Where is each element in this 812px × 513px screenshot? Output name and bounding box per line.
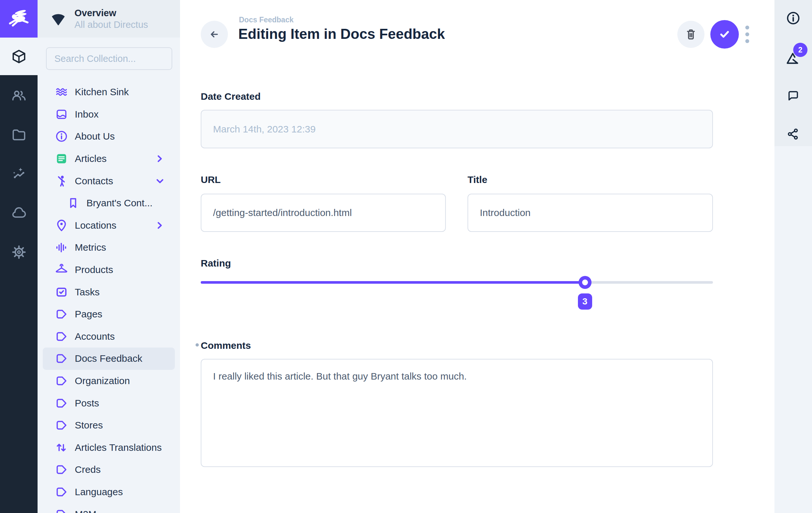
insights-icon bbox=[11, 166, 27, 181]
sidebar-item-label: Locations bbox=[75, 220, 116, 231]
trash-icon bbox=[684, 27, 698, 42]
sidebar-item-tasks[interactable]: Tasks bbox=[43, 281, 175, 303]
box-icon bbox=[11, 49, 27, 64]
gear-icon bbox=[11, 245, 27, 260]
module-item-content[interactable] bbox=[0, 37, 37, 75]
tag-icon bbox=[55, 397, 68, 410]
article-icon bbox=[55, 152, 68, 165]
metrics-icon bbox=[55, 241, 68, 254]
sidebar-item-label: About Us bbox=[75, 131, 115, 142]
module-item-settings[interactable] bbox=[0, 233, 37, 271]
sidebar-item-label: Kitchen Sink bbox=[75, 86, 129, 97]
sidebar-item-articles-translations[interactable]: Articles Translations bbox=[43, 436, 175, 459]
sidebar-item-inbox[interactable]: Inbox bbox=[43, 103, 175, 126]
sidebar-item-label: Contacts bbox=[75, 175, 113, 187]
info-icon bbox=[786, 11, 801, 26]
sidebar-item-label: Posts bbox=[75, 398, 99, 409]
date-created-label: Date Created bbox=[201, 89, 261, 104]
share-icon bbox=[786, 126, 801, 142]
tag-icon bbox=[55, 485, 68, 498]
sidebar-item-docs-feedback[interactable]: Docs Feedback bbox=[43, 347, 175, 370]
comments-panel-button[interactable] bbox=[786, 89, 800, 103]
collections-sidebar: Overview All about Directus Kitchen Sink… bbox=[37, 0, 180, 513]
sidebar-item-label: Articles bbox=[75, 153, 107, 164]
main-content: Docs Feedback Editing Item in Docs Feedb… bbox=[180, 0, 775, 513]
tag-icon bbox=[55, 508, 68, 513]
comments-edited-dot bbox=[196, 343, 199, 346]
slider-fill bbox=[201, 281, 585, 284]
date-created-field[interactable] bbox=[201, 110, 713, 148]
page-title: Editing Item in Docs Feedback bbox=[238, 26, 445, 42]
project-text: Overview All about Directus bbox=[75, 7, 148, 30]
sidebar-item-kitchen-sink[interactable]: Kitchen Sink bbox=[43, 81, 175, 103]
chevron-right-icon[interactable] bbox=[153, 152, 167, 165]
waves-icon bbox=[55, 86, 68, 98]
url-field[interactable] bbox=[201, 194, 446, 232]
app-logo[interactable] bbox=[0, 0, 37, 37]
swap-icon bbox=[55, 441, 68, 454]
notifications-badge: 2 bbox=[793, 43, 808, 57]
sidebar-item-label: Inbox bbox=[75, 109, 98, 120]
sidebar-item-metrics[interactable]: Metrics bbox=[43, 236, 175, 259]
task-icon bbox=[55, 286, 68, 298]
title-field[interactable] bbox=[467, 194, 713, 232]
back-button[interactable] bbox=[201, 21, 228, 48]
dots-vertical-icon bbox=[745, 26, 749, 29]
rating-slider[interactable]: 3 bbox=[201, 281, 713, 284]
save-button[interactable] bbox=[710, 20, 739, 49]
project-title: Overview bbox=[75, 7, 148, 19]
tag-icon bbox=[55, 463, 68, 476]
tag-icon bbox=[55, 308, 68, 321]
breadcrumb[interactable]: Docs Feedback bbox=[239, 16, 294, 24]
sidebar-item-languages[interactable]: Languages bbox=[43, 481, 175, 503]
sidebar-item-organization[interactable]: Organization bbox=[43, 370, 175, 392]
sidebar-item-label: Creds bbox=[75, 464, 101, 475]
rating-value-badge: 3 bbox=[578, 293, 592, 310]
sidebar-item-label: Articles Translations bbox=[75, 442, 162, 453]
module-item-user-directory[interactable] bbox=[0, 77, 37, 114]
sidebar-item-label: Languages bbox=[75, 486, 123, 497]
pin-icon bbox=[55, 219, 68, 232]
sidebar-item-label: Docs Feedback bbox=[75, 353, 142, 364]
chevron-down-icon[interactable] bbox=[153, 175, 167, 188]
users-icon bbox=[11, 88, 27, 103]
sidebar-item-label: Bryant's Cont... bbox=[86, 198, 152, 208]
more-options-button[interactable] bbox=[741, 21, 754, 47]
sidebar-item-accounts[interactable]: Accounts bbox=[43, 325, 175, 348]
sidebar-item-posts[interactable]: Posts bbox=[43, 392, 175, 414]
fan-icon bbox=[50, 10, 67, 27]
sidebar-item-products[interactable]: Products bbox=[43, 259, 175, 281]
search-input[interactable] bbox=[46, 47, 172, 70]
sidebar-item-contacts[interactable]: Contacts bbox=[43, 170, 175, 192]
arrow-left-icon bbox=[207, 27, 222, 42]
delete-button[interactable] bbox=[677, 21, 704, 48]
sidebar-item-label: Tasks bbox=[75, 287, 100, 297]
right-sidebar: 2 bbox=[775, 0, 812, 513]
sidebar-item-pages[interactable]: Pages bbox=[43, 303, 175, 325]
collection-list: Kitchen SinkInboxAbout UsArticlesContact… bbox=[43, 81, 175, 513]
sidebar-item-label: Organization bbox=[75, 375, 130, 387]
check-icon bbox=[717, 27, 732, 42]
item-info-button[interactable] bbox=[786, 11, 801, 26]
slider-knob[interactable] bbox=[579, 276, 591, 289]
module-item-file-library[interactable] bbox=[0, 116, 37, 153]
chevron-right-icon[interactable] bbox=[153, 219, 167, 232]
folder-icon bbox=[11, 127, 27, 142]
sidebar-item-bryant-s-cont[interactable]: Bryant's Cont... bbox=[43, 192, 175, 215]
comments-label: Comments bbox=[201, 338, 251, 353]
sidebar-item-creds[interactable]: Creds bbox=[43, 459, 175, 481]
sidebar-item-m2m[interactable]: M2M bbox=[43, 503, 175, 513]
share-button[interactable] bbox=[786, 126, 801, 142]
sidebar-item-label: Metrics bbox=[75, 242, 106, 253]
sidebar-item-stores[interactable]: Stores bbox=[43, 414, 175, 436]
comments-field[interactable]: I really liked this article. But that gu… bbox=[201, 359, 713, 467]
sidebar-item-about-us[interactable]: About Us bbox=[43, 125, 175, 148]
sidebar-item-locations[interactable]: Locations bbox=[43, 215, 175, 237]
project-header[interactable]: Overview All about Directus bbox=[37, 0, 180, 37]
tag-icon bbox=[55, 352, 68, 365]
module-item-cloud[interactable] bbox=[0, 194, 37, 231]
sidebar-item-articles[interactable]: Articles bbox=[43, 148, 175, 170]
module-item-insights[interactable] bbox=[0, 155, 37, 192]
comment-icon bbox=[786, 89, 800, 103]
sidebar-item-label: Pages bbox=[75, 309, 102, 320]
